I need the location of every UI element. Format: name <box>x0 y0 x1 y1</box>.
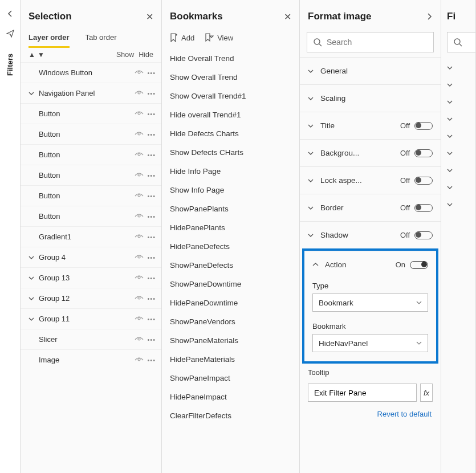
visibility-icon[interactable] <box>135 357 144 364</box>
bookmark-item[interactable]: Show Info Page <box>162 181 299 199</box>
show-button[interactable]: Show <box>116 51 134 59</box>
selection-item[interactable]: Group 13••• <box>21 267 161 288</box>
more-icon[interactable]: ••• <box>147 316 156 323</box>
bookmark-item[interactable]: Show Overall Trend#1 <box>162 87 299 105</box>
field-item[interactable] <box>441 145 475 162</box>
selection-item[interactable]: Button••• <box>21 206 161 226</box>
visibility-icon[interactable] <box>135 152 144 158</box>
add-bookmark-button[interactable]: Add <box>170 33 194 42</box>
more-icon[interactable]: ••• <box>147 295 156 302</box>
selection-item[interactable]: Image••• <box>21 349 161 370</box>
selection-item[interactable]: Group 12••• <box>21 288 161 308</box>
visibility-icon[interactable] <box>135 131 144 138</box>
chevron-down-icon[interactable] <box>29 275 39 281</box>
bookmark-item[interactable]: ShowPaneImpact <box>162 369 299 388</box>
format-section[interactable]: BorderOff <box>300 194 441 221</box>
close-icon[interactable]: ✕ <box>146 11 153 22</box>
bookmark-item[interactable]: HidePaneMaterials <box>162 350 299 369</box>
revert-link[interactable]: Revert to default <box>300 404 441 418</box>
field-item[interactable] <box>441 128 475 145</box>
format-section[interactable]: Scaling <box>300 84 441 112</box>
visibility-icon[interactable] <box>135 193 144 199</box>
bookmark-item[interactable]: ShowPaneMaterials <box>162 331 299 350</box>
bookmark-item[interactable]: Hide overall Trend#1 <box>162 105 299 124</box>
bookmark-item[interactable]: ShowPanePlants <box>162 199 299 218</box>
bookmark-item[interactable]: HidePaneDefects <box>162 237 299 256</box>
selection-item[interactable]: Button••• <box>21 144 161 165</box>
field-item[interactable] <box>441 93 475 111</box>
selection-item[interactable]: Button••• <box>21 103 161 124</box>
selection-item[interactable]: Slicer••• <box>21 329 161 349</box>
filters-rail-label[interactable]: Filters <box>6 54 14 76</box>
field-item[interactable] <box>441 111 475 128</box>
chevron-down-icon[interactable] <box>29 296 39 301</box>
send-icon[interactable] <box>6 30 14 38</box>
visibility-icon[interactable] <box>135 70 144 76</box>
chevron-down-icon[interactable] <box>29 316 39 322</box>
visibility-icon[interactable] <box>135 90 144 97</box>
more-icon[interactable]: ••• <box>147 70 156 76</box>
section-action[interactable]: Action On <box>304 251 436 278</box>
selection-item[interactable]: Gradient1••• <box>21 226 161 247</box>
bookmark-item[interactable]: ShowPaneDefects <box>162 256 299 275</box>
visibility-icon[interactable] <box>135 172 144 179</box>
selection-item[interactable]: Navigation Panel••• <box>21 83 161 103</box>
bookmark-item[interactable]: ShowPaneDowntime <box>162 275 299 293</box>
field-item[interactable] <box>441 59 475 76</box>
chevron-right-icon[interactable] <box>426 13 433 20</box>
field-item[interactable] <box>441 196 475 213</box>
toggle-switch[interactable] <box>414 204 433 212</box>
format-section[interactable]: General <box>300 57 441 84</box>
move-down-icon[interactable]: ▼ <box>38 51 44 59</box>
more-icon[interactable]: ••• <box>147 152 156 158</box>
visibility-icon[interactable] <box>135 275 144 282</box>
tooltip-input[interactable] <box>308 384 417 402</box>
visibility-icon[interactable] <box>135 234 144 240</box>
bookmark-item[interactable]: Hide Overall Trend <box>162 49 299 68</box>
field-item[interactable] <box>441 162 475 179</box>
bookmark-item[interactable]: Show Overall Trend <box>162 68 299 87</box>
more-icon[interactable]: ••• <box>147 357 156 364</box>
more-icon[interactable]: ••• <box>147 234 156 240</box>
selection-item[interactable]: Button••• <box>21 185 161 206</box>
bookmark-select[interactable]: HideNavPanel <box>312 334 428 352</box>
move-up-icon[interactable]: ▲ <box>29 51 35 59</box>
more-icon[interactable]: ••• <box>147 254 156 261</box>
bookmark-item[interactable]: ClearFilterDefects <box>162 406 299 425</box>
toggle-switch[interactable] <box>414 177 433 185</box>
format-section[interactable]: Backgrou...Off <box>300 139 441 166</box>
fields-search[interactable] <box>447 32 475 52</box>
bookmark-item[interactable]: Hide Info Page <box>162 162 299 181</box>
more-icon[interactable]: ••• <box>147 193 156 199</box>
more-icon[interactable]: ••• <box>147 111 156 117</box>
toggle-switch[interactable] <box>414 149 433 157</box>
more-icon[interactable]: ••• <box>147 213 156 220</box>
view-bookmark-button[interactable]: View <box>205 33 233 42</box>
selection-item[interactable]: Group 11••• <box>21 308 161 329</box>
visibility-icon[interactable] <box>135 295 144 302</box>
selection-item[interactable]: Button••• <box>21 165 161 185</box>
visibility-icon[interactable] <box>135 316 144 323</box>
bookmark-item[interactable]: HidePanePlants <box>162 218 299 237</box>
chevron-down-icon[interactable] <box>29 91 39 96</box>
tab-layer-order[interactable]: Layer order <box>29 30 70 48</box>
bookmark-item[interactable]: Show Defects CHarts <box>162 143 299 162</box>
bookmark-item[interactable]: ShowPaneVendors <box>162 312 299 331</box>
type-select[interactable]: Bookmark <box>312 293 428 312</box>
more-icon[interactable]: ••• <box>147 131 156 138</box>
selection-item[interactable]: Group 4••• <box>21 247 161 267</box>
more-icon[interactable]: ••• <box>147 336 156 343</box>
toggle-switch[interactable] <box>414 231 433 239</box>
bookmark-item[interactable]: Hide Defects Charts <box>162 124 299 143</box>
format-section[interactable]: Lock aspe...Off <box>300 166 441 194</box>
selection-item[interactable]: Windows Button••• <box>21 62 161 83</box>
visibility-icon[interactable] <box>135 111 144 117</box>
toggle-switch[interactable] <box>410 261 428 269</box>
bookmark-item[interactable]: HidePaneDowntime <box>162 293 299 312</box>
format-section[interactable]: TitleOff <box>300 112 441 139</box>
chevron-down-icon[interactable] <box>29 255 39 260</box>
format-search[interactable] <box>307 32 434 52</box>
more-icon[interactable]: ••• <box>147 90 156 97</box>
fx-button[interactable]: fx <box>420 384 433 402</box>
search-input[interactable] <box>327 38 428 47</box>
